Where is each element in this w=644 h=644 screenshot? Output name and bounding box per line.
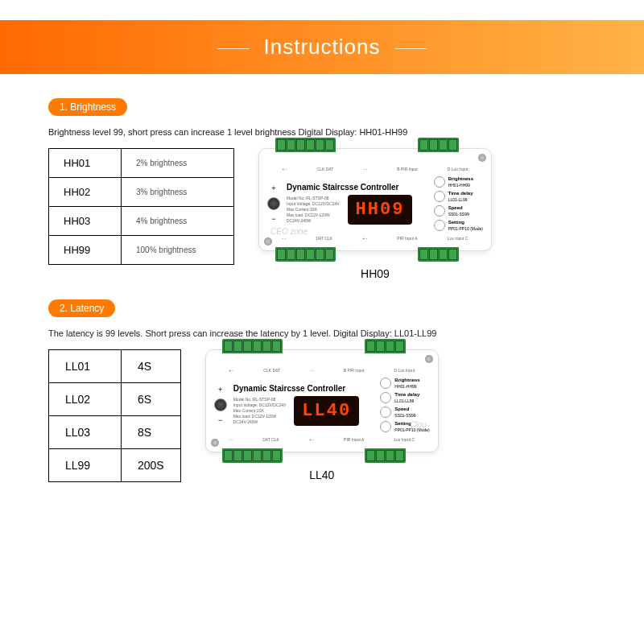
device-latency: + -CLK DAT- -B PIR InputD Lux Input + − … <box>205 349 439 452</box>
setting-button[interactable] <box>380 421 391 432</box>
watermark: Clou <box>410 420 427 429</box>
pill-brightness: 1. Brightness <box>48 98 127 116</box>
knob-icon <box>267 197 280 210</box>
pill-latency: 2. Latency <box>48 299 115 317</box>
table-row: LL99200S <box>49 449 181 482</box>
table-brightness: HH012% brightness HH023% brightness HH03… <box>48 148 234 265</box>
device-specs: Model No.:RL-STSP-08Input Voltage: DC12V… <box>287 196 340 224</box>
table-row: HH034% brightness <box>49 207 234 236</box>
device-title: Dynamic Staircsse Controller <box>287 183 427 192</box>
table-row: HH99100% brightness <box>49 236 234 265</box>
speed-button[interactable] <box>434 205 445 217</box>
device-brightness: + -CLK DAT- -B PIR InputD Lux Input + − … <box>258 148 492 251</box>
desc-latency: The latency is 99 levels. Short press ca… <box>48 328 596 338</box>
digital-display: LL40 <box>294 396 359 426</box>
bottom-port-labels: - -DAT CLK+ -PIR Input ALux Input C <box>267 236 483 241</box>
section-latency: 2. Latency The latency is 99 levels. Sho… <box>48 299 596 482</box>
speed-button[interactable] <box>380 407 391 418</box>
device-caption: LL40 <box>309 469 334 481</box>
knob-icon <box>214 398 227 411</box>
top-port-labels: + -CLK DAT- -B PIR InputD Lux Input <box>267 167 483 171</box>
bottom-port-labels: - -DAT CLK+ -PIR Input ALux Input C <box>214 437 430 442</box>
minus-icon: − <box>271 215 275 223</box>
plus-icon: + <box>218 386 222 394</box>
timedelay-button[interactable] <box>434 191 445 202</box>
device-caption: HH09 <box>361 267 390 280</box>
plus-icon: + <box>271 184 275 192</box>
setting-button[interactable] <box>434 220 445 231</box>
top-port-labels: + -CLK DAT- -B PIR InputD Lux Input <box>214 368 430 373</box>
brightness-button[interactable] <box>380 378 391 389</box>
header-title: Instructions <box>264 35 381 59</box>
instructions-header: Instructions <box>0 20 644 74</box>
table-row: LL038S <box>49 416 181 449</box>
minus-icon: − <box>218 416 222 424</box>
desc-brightness: Brightness level 99, short press can inc… <box>48 127 596 137</box>
table-row: LL014S <box>49 350 181 383</box>
timedelay-button[interactable] <box>380 392 391 403</box>
device-title: Dynamic Staircsse Controller <box>233 384 374 393</box>
table-row: HH023% brightness <box>49 178 234 207</box>
brightness-button[interactable] <box>434 176 445 188</box>
device-specs: Model No.:RL-STSP-08Input Voltage: DC12V… <box>233 397 287 425</box>
table-latency: LL014S LL026S LL038S LL99200S <box>48 349 181 482</box>
table-row: LL026S <box>49 383 181 416</box>
digital-display: HH09 <box>348 195 413 225</box>
table-row: HH012% brightness <box>49 149 234 178</box>
section-brightness: 1. Brightness Brightness level 99, short… <box>48 98 596 280</box>
watermark: CEO zone <box>270 227 308 236</box>
